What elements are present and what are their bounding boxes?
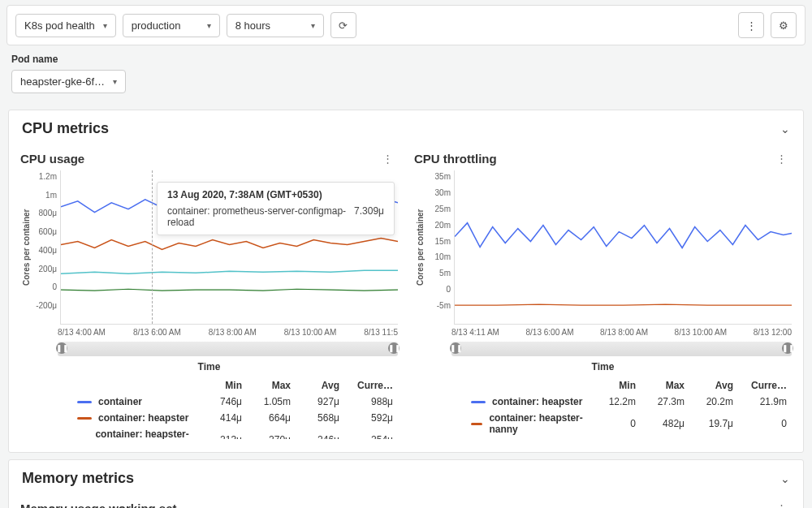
tooltip-timestamp: 13 Aug 2020, 7:38AM (GMT+0530) <box>167 189 384 200</box>
refresh-icon: ⟳ <box>339 19 348 32</box>
cpu-throttling-x-ticks: 8/13 4:11 AM 8/13 6:00 AM 8/13 8:00 AM 8… <box>414 325 792 337</box>
top-toolbar: K8s pod health ▾ production ▾ 8 hours ▾ … <box>6 5 806 45</box>
cpu-usage-y-ticks: 1.2m 1m 800μ 600μ 400μ 200μ 0 -200μ <box>32 170 60 325</box>
cpu-usage-x-ticks: 8/13 4:00 AM 8/13 6:00 AM 8/13 8:00 AM 8… <box>20 325 398 337</box>
cpu-throttling-panel: CPU throttling ⋮ Cores per container 35m… <box>414 152 792 439</box>
hover-line <box>152 170 153 324</box>
cpu-throttling-legend[interactable]: Min Max Avg Curre… container: heapster 1… <box>414 377 792 437</box>
cpu-metrics-header[interactable]: CPU metrics ⌄ <box>9 110 803 147</box>
legend-header: Min Max Avg Curre… <box>20 377 398 394</box>
brush-handle-right[interactable]: ❚❚ <box>388 342 400 354</box>
legend-row[interactable]: container: heapster-nanny 213μ 270μ 246μ… <box>20 426 398 439</box>
cpu-throttling-chart[interactable]: Cores per container 35m 30m 25m 20m 15m … <box>414 170 792 325</box>
cpu-usage-title: CPU usage <box>20 152 84 166</box>
cpu-throttling-brush[interactable]: ❚❚ ❚❚ <box>451 342 792 356</box>
pod-name-select-value: heapster-gke-6f… <box>20 75 105 88</box>
legend-row[interactable]: container: heapster 12.2m 27.3m 20.2m 21… <box>414 394 792 410</box>
memory-metrics-header[interactable]: Memory metrics ⌄ <box>9 460 803 497</box>
y-axis-label: Cores per container <box>20 170 32 325</box>
more-vertical-icon: ⋮ <box>746 19 757 32</box>
panel-menu-button[interactable]: ⋮ <box>771 153 792 165</box>
time-range-select-value: 8 hours <box>235 19 270 32</box>
pod-name-label: Pod name <box>11 54 801 65</box>
cpu-usage-chart[interactable]: Cores per container 1.2m 1m 800μ 600μ 40… <box>20 170 398 325</box>
chevron-down-icon: ▾ <box>311 21 315 30</box>
chevron-down-icon: ⌄ <box>780 123 790 136</box>
cpu-throttling-plot[interactable] <box>454 170 792 325</box>
cpu-metrics-section: CPU metrics ⌄ CPU usage ⋮ Cores per cont… <box>8 110 804 453</box>
legend-row[interactable]: container 746μ 1.05m 927μ 988μ <box>20 394 398 410</box>
cpu-metrics-title: CPU metrics <box>22 120 109 137</box>
more-actions-button[interactable]: ⋮ <box>738 12 764 38</box>
chart-tooltip: 13 Aug 2020, 7:38AM (GMT+0530) container… <box>157 182 395 235</box>
cpu-usage-brush[interactable]: ❚❚ ❚❚ <box>58 342 398 356</box>
brush-handle-left[interactable]: ❚❚ <box>56 342 67 354</box>
brush-handle-right[interactable]: ❚❚ <box>782 342 793 354</box>
legend-row[interactable]: container: heapster 414μ 664μ 568μ 592μ <box>20 410 398 426</box>
environment-select-value: production <box>132 19 181 32</box>
chevron-down-icon: ▾ <box>103 21 107 30</box>
cpu-throttling-y-ticks: 35m 30m 25m 20m 15m 10m 5m 0 -5m <box>426 170 454 325</box>
y-axis-label: Cores per container <box>414 170 426 325</box>
memory-metrics-title: Memory metrics <box>22 470 134 487</box>
chevron-down-icon: ▾ <box>113 77 117 86</box>
memory-usage-panel: Memory usage working set ⋮ <box>20 502 792 508</box>
cpu-throttling-lines <box>455 170 792 324</box>
dashboard-select[interactable]: K8s pod health ▾ <box>15 14 116 37</box>
memory-metrics-section: Memory metrics ⌄ Memory usage working se… <box>8 459 804 508</box>
panel-menu-button[interactable]: ⋮ <box>378 153 398 165</box>
chevron-down-icon: ▾ <box>207 21 211 30</box>
tooltip-series-label: container: prometheus-server-configmap-r… <box>167 205 354 228</box>
pod-name-select[interactable]: heapster-gke-6f… ▾ <box>11 70 126 93</box>
panel-menu-button[interactable]: ⋮ <box>771 502 792 508</box>
brush-handle-left[interactable]: ❚❚ <box>450 342 461 354</box>
memory-usage-title: Memory usage working set <box>20 502 177 508</box>
settings-button[interactable]: ⚙ <box>771 12 797 38</box>
cpu-usage-panel: CPU usage ⋮ Cores per container 1.2m 1m … <box>20 152 398 439</box>
dashboard-select-value: K8s pod health <box>24 19 95 32</box>
filter-row: Pod name heapster-gke-6f… ▾ <box>0 50 812 103</box>
gear-icon: ⚙ <box>779 19 788 32</box>
environment-select[interactable]: production ▾ <box>123 14 220 37</box>
legend-row[interactable]: container: heapster-nanny 0 482μ 19.7μ 0 <box>414 410 792 437</box>
legend-header: Min Max Avg Curre… <box>414 377 792 394</box>
time-range-select[interactable]: 8 hours ▾ <box>227 14 324 37</box>
cpu-usage-plot[interactable]: 13 Aug 2020, 7:38AM (GMT+0530) container… <box>60 170 398 325</box>
refresh-button[interactable]: ⟳ <box>330 12 356 38</box>
cpu-throttling-title: CPU throttling <box>414 152 497 166</box>
cpu-usage-legend[interactable]: Min Max Avg Curre… container 746μ 1.05m … <box>20 377 398 439</box>
cpu-panels: CPU usage ⋮ Cores per container 1.2m 1m … <box>9 147 803 452</box>
chevron-down-icon: ⌄ <box>780 472 790 485</box>
x-axis-label: Time <box>20 361 398 372</box>
tooltip-value: 7.309μ <box>354 205 384 228</box>
x-axis-label: Time <box>414 361 792 372</box>
